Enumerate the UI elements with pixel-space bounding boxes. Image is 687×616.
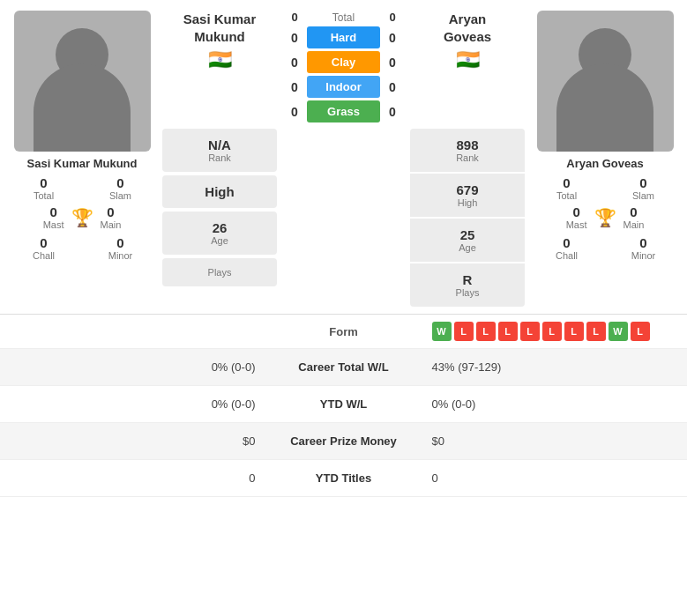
center-middle: 0 Total 0 0 Hard 0 0 Clay 0 — [282, 11, 405, 125]
left-player-name: Sasi Kumar Mukund — [27, 157, 138, 170]
form-badge-l: L — [498, 322, 518, 341]
right-stat-minor: 0 Minor — [607, 235, 680, 261]
ytd-titles-row: 0 YTD Titles 0 — [0, 460, 687, 497]
form-badge-l: L — [631, 322, 650, 341]
right-player-avatar — [537, 11, 674, 152]
prize-money-left: $0 — [13, 434, 256, 448]
left-avatar-body — [34, 63, 131, 152]
left-high-card: High — [162, 175, 277, 208]
right-stat-total: 0 Total — [530, 175, 603, 201]
ytd-wl-right: 0% (0-0) — [432, 397, 675, 411]
left-stat-total: 0 Total — [7, 175, 80, 201]
right-player-name: Aryan Goveas — [566, 157, 643, 170]
center-section: Sasi Kumar Mukund 🇮🇳 0 Total 0 — [162, 11, 525, 307]
surface-clay-row: 0 Clay 0 — [282, 51, 405, 73]
left-player-card: Sasi Kumar Mukund 0 Total 0 Slam 0 Mast — [7, 11, 157, 307]
right-bottom-stats: 0 Chall 0 Minor — [530, 235, 680, 261]
surface-indoor-row: 0 Indoor 0 — [282, 76, 405, 98]
player-stat-cards-row: N/A Rank High 26 Age Plays — [162, 129, 525, 307]
career-total-right: 43% (97-129) — [432, 360, 675, 374]
right-avatar-body — [556, 63, 653, 152]
left-stat-chall: 0 Chall — [7, 235, 80, 261]
career-total-row: 0% (0-0) Career Total W/L 43% (97-129) — [0, 349, 687, 386]
form-badge-l: L — [586, 322, 606, 341]
main-container: Sasi Kumar Mukund 0 Total 0 Slam 0 Mast — [0, 0, 687, 497]
form-badge-l: L — [564, 322, 584, 341]
ytd-titles-label: YTD Titles — [256, 471, 432, 485]
indoor-surface-btn[interactable]: Indoor — [307, 76, 380, 98]
right-name-block: Aryan Goveas 🇮🇳 — [410, 11, 525, 125]
form-label: Form — [256, 325, 432, 338]
career-total-left: 0% (0-0) — [13, 360, 256, 374]
center-names-row: Sasi Kumar Mukund 🇮🇳 0 Total 0 — [162, 11, 525, 125]
left-player-stats-grid: 0 Total 0 Slam — [7, 175, 157, 201]
trophy-icon-right: 🏆 — [594, 207, 616, 228]
ytd-wl-left: 0% (0-0) — [13, 397, 256, 411]
grass-surface-btn[interactable]: Grass — [307, 100, 380, 122]
center-spacer — [282, 129, 405, 307]
career-total-label: Career Total W/L — [256, 360, 432, 374]
player-comparison: Sasi Kumar Mukund 0 Total 0 Slam 0 Mast — [0, 0, 687, 314]
left-stat-mast: 0 Mast — [43, 204, 64, 230]
form-badge-l: L — [476, 322, 496, 341]
right-stat-chall: 0 Chall — [530, 235, 603, 261]
right-rank-card: 898 Rank — [410, 129, 525, 174]
ytd-wl-row: 0% (0-0) YTD W/L 0% (0-0) — [0, 386, 687, 423]
right-stat-mast: 0 Mast — [566, 204, 587, 230]
right-player-stats-grid: 0 Total 0 Slam — [530, 175, 680, 201]
right-player-card: Aryan Goveas 0 Total 0 Slam 0 Mast — [530, 11, 680, 307]
right-plays-card: R Plays — [410, 263, 525, 307]
left-age-card: 26 Age — [162, 212, 277, 255]
form-badge-l: L — [542, 322, 562, 341]
form-row: Form WLLLLLLLWL — [0, 315, 687, 349]
right-trophy-row: 0 Mast 🏆 0 Main — [566, 204, 645, 230]
left-stat-cards: N/A Rank High 26 Age Plays — [162, 129, 277, 307]
right-high-card: 679 High — [410, 174, 525, 219]
left-plays-card: Plays — [162, 258, 277, 286]
trophy-icon-left: 🏆 — [71, 207, 93, 228]
form-badge-w: W — [432, 322, 452, 341]
right-stat-main: 0 Main — [624, 204, 645, 230]
ytd-titles-left: 0 — [13, 471, 256, 485]
prize-money-label: Career Prize Money — [256, 434, 432, 448]
left-name-block: Sasi Kumar Mukund 🇮🇳 — [162, 11, 277, 125]
right-age-card: 25 Age — [410, 219, 525, 263]
left-stat-slam: 0 Slam — [84, 175, 157, 201]
right-stat-cards: 898 Rank 679 High 25 Age R Plays — [410, 129, 525, 307]
form-badges-right: WLLLLLLLWL — [432, 322, 675, 341]
total-score-row: 0 Total 0 — [282, 11, 405, 24]
left-bottom-stats: 0 Chall 0 Minor — [7, 235, 157, 261]
right-stat-slam: 0 Slam — [607, 175, 680, 201]
form-badge-l: L — [520, 322, 540, 341]
left-rank-card: N/A Rank — [162, 129, 277, 172]
hard-surface-btn[interactable]: Hard — [307, 26, 380, 48]
surface-hard-row: 0 Hard 0 — [282, 26, 405, 48]
ytd-wl-label: YTD W/L — [256, 397, 432, 411]
prize-money-right: $0 — [432, 434, 675, 448]
left-player-avatar — [14, 11, 151, 152]
left-trophy-row: 0 Mast 🏆 0 Main — [43, 204, 122, 230]
compare-section: Form WLLLLLLLWL 0% (0-0) Career Total W/… — [0, 314, 687, 497]
form-badge-w: W — [609, 322, 628, 341]
prize-money-row: $0 Career Prize Money $0 — [0, 423, 687, 460]
ytd-titles-right: 0 — [432, 471, 675, 485]
clay-surface-btn[interactable]: Clay — [307, 51, 380, 73]
left-stat-main: 0 Main — [101, 204, 122, 230]
left-stat-minor: 0 Minor — [84, 235, 157, 261]
surface-grass-row: 0 Grass 0 — [282, 100, 405, 122]
form-badge-l: L — [454, 322, 474, 341]
